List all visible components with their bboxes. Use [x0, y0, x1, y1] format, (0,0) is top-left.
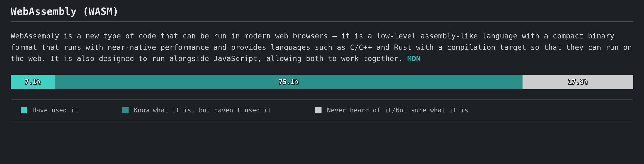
bar-segment-label: 7.1%: [25, 78, 41, 86]
legend-item-know-it: Know what it is, but haven't used it: [122, 107, 272, 114]
bar-segment-label: 75.1%: [279, 78, 298, 86]
legend-swatch: [315, 107, 322, 113]
legend-label: Know what it is, but haven't used it: [134, 107, 272, 114]
chart-card: WebAssembly (WASM) WebAssembly is a new …: [6, 6, 638, 121]
mdn-link[interactable]: MDN: [408, 54, 420, 63]
bar-segment-have-used: 7.1%: [11, 75, 55, 89]
legend: Have used it Know what it is, but haven'…: [11, 99, 633, 121]
stacked-bar: 7.1% 75.1% 17.8%: [11, 75, 633, 89]
chart-description: WebAssembly is a new type of code that c…: [11, 30, 633, 65]
legend-label: Have used it: [32, 107, 78, 114]
bar-segment-label: 17.8%: [568, 78, 588, 86]
legend-item-never-heard: Never heard of it/Not sure what it is: [315, 107, 468, 114]
bar-segment-know-it: 75.1%: [55, 75, 522, 89]
divider: [11, 21, 633, 22]
legend-swatch: [21, 107, 27, 113]
legend-label: Never heard of it/Not sure what it is: [327, 107, 468, 114]
legend-swatch: [122, 107, 128, 113]
legend-item-have-used: Have used it: [21, 107, 78, 114]
bar-segment-never-heard: 17.8%: [522, 75, 633, 89]
chart-title: WebAssembly (WASM): [11, 6, 633, 17]
description-text: WebAssembly is a new type of code that c…: [11, 32, 632, 63]
